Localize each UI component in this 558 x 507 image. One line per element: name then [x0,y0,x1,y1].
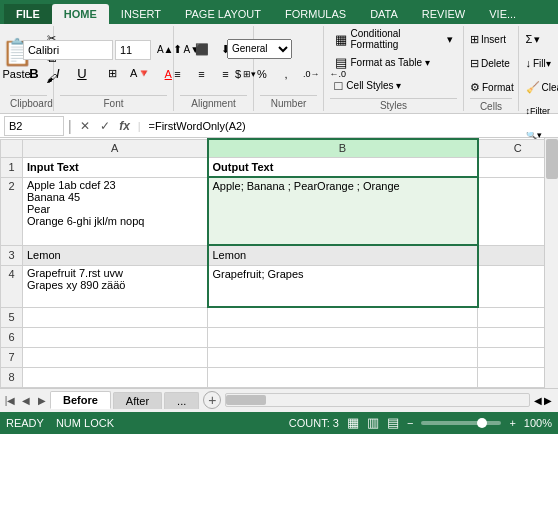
align-left-button[interactable]: ≡ [167,63,189,85]
tab-file[interactable]: FILE [4,4,52,24]
sheet-tab-after[interactable]: After [113,392,162,409]
clear-icon: 🧹 [526,81,540,94]
view-page-layout-icon[interactable]: ▥ [367,415,379,430]
scroll-right-button[interactable]: ▶ [544,395,552,406]
view-page-break-icon[interactable]: ▤ [387,415,399,430]
format-as-table-button[interactable]: ▤ Format as Table ▾ [329,51,459,73]
conditional-formatting-icon: ▦ [335,32,347,47]
cell-b4[interactable]: Grapefruit; Grapes [208,265,478,307]
table-row: 4 Grapefruit 7.rst uvw Grapes xy 890 zää… [1,265,558,307]
increase-decimal-button[interactable]: .0→ [299,63,324,85]
tab-insert[interactable]: INSERT [109,4,173,24]
number-label: Number [260,95,317,109]
percent-button[interactable]: % [251,63,273,85]
sheet-nav-first[interactable]: |◀ [2,392,18,408]
col-header-b[interactable]: B [208,139,478,157]
zoom-thumb[interactable] [477,418,487,428]
horizontal-scrollbar[interactable] [225,393,530,407]
conditional-formatting-button[interactable]: ▦ Conditional Formatting ▾ [329,28,459,50]
cell-b2[interactable]: Apple; Banana ; PearOrange ; Orange [208,177,478,245]
font-row-2: B I U ⊞ A🔻 A [23,63,179,85]
format-cells-button[interactable]: ⚙ Format [466,76,516,98]
align-middle-button[interactable]: ⬛ [191,39,213,61]
status-bar: READY NUM LOCK COUNT: 3 ▦ ▥ ▤ − + 100% [0,412,558,434]
sheet-nav-next[interactable]: ▶ [34,392,50,408]
clear-label: Clear▾ [542,82,559,93]
delete-cells-button[interactable]: ⊟ Delete [466,52,516,74]
cell-a8[interactable] [23,367,208,387]
tab-data[interactable]: DATA [358,4,410,24]
sheet-nav-prev[interactable]: ◀ [18,392,34,408]
align-center-button[interactable]: ≡ [191,63,213,85]
view-normal-icon[interactable]: ▦ [347,415,359,430]
cell-b6[interactable] [208,327,478,347]
currency-button[interactable]: $ [227,63,249,85]
styles-content: ▦ Conditional Formatting ▾ ▤ Format as T… [329,28,459,96]
sheet-tab-more[interactable]: ... [164,392,199,409]
bold-button[interactable]: B [23,63,45,85]
formula-separator-2: | [138,120,141,132]
num-lock-status: NUM LOCK [56,417,114,429]
cells-buttons: ⊞ Insert ⊟ Delete ⚙ Format [466,28,516,98]
tab-review[interactable]: REVIEW [410,4,477,24]
cell-a5[interactable] [23,307,208,327]
h-scrollbar-thumb[interactable] [226,395,266,405]
cell-b3[interactable]: Lemon [208,245,478,265]
cell-a3[interactable]: Lemon [23,245,208,265]
cell-a2[interactable]: Apple 1ab cdef 23 Banana 45 Pear Orange … [23,177,208,245]
sum-button[interactable]: Σ ▾ [522,28,559,50]
confirm-formula-button[interactable]: ✓ [96,117,114,135]
cell-a1[interactable]: Input Text [23,157,208,177]
cell-b8[interactable] [208,367,478,387]
cell-reference-box[interactable] [4,116,64,136]
format-label: Format [482,82,514,93]
vertical-scrollbar[interactable] [544,138,558,388]
column-headers: A B C [1,139,558,157]
tab-page-layout[interactable]: PAGE LAYOUT [173,4,273,24]
cell-a7[interactable] [23,347,208,367]
col-header-a[interactable]: A [23,139,208,157]
comma-button[interactable]: , [275,63,297,85]
cell-styles-button[interactable]: □ Cell Styles ▾ [329,74,459,96]
align-top-button[interactable]: ⬆ [167,39,189,61]
font-size-input[interactable] [115,40,151,60]
sum-arrow: ▾ [534,33,540,46]
cell-b1[interactable]: Output Text [208,157,478,177]
zoom-level: 100% [524,417,552,429]
format-as-table-icon: ▤ [335,55,347,70]
tab-view[interactable]: VIE... [477,4,528,24]
scrollbar-thumb[interactable] [546,139,558,179]
cancel-formula-button[interactable]: ✕ [76,117,94,135]
tab-home[interactable]: HOME [52,4,109,24]
zoom-slider[interactable] [421,421,501,425]
scroll-left-button[interactable]: ◀ [534,395,542,406]
insert-cells-button[interactable]: ⊞ Insert [466,28,516,50]
cell-b7[interactable] [208,347,478,367]
border-button[interactable]: ⊞ [102,63,124,85]
zoom-out-button[interactable]: − [407,417,413,429]
table-row: 5 [1,307,558,327]
fill-button[interactable]: ↓ Fill▾ [522,52,559,74]
table-row: 3 Lemon Lemon [1,245,558,265]
formula-input[interactable] [145,120,555,132]
italic-button[interactable]: I [47,63,69,85]
insert-function-button[interactable]: fx [116,117,134,135]
ready-status: READY [6,417,44,429]
fill-color-button[interactable]: A🔻 [126,63,155,85]
row-header-2: 2 [1,177,23,245]
add-sheet-button[interactable]: + [203,391,221,409]
cells-group: ⊞ Insert ⊟ Delete ⚙ Format Cells [464,26,519,111]
cell-a4[interactable]: Grapefruit 7.rst uvw Grapes xy 890 zääö [23,265,208,307]
sheet-tab-before[interactable]: Before [50,391,111,409]
fill-label: Fill▾ [533,58,551,69]
clear-button[interactable]: 🧹 Clear▾ [522,76,559,98]
zoom-in-button[interactable]: + [509,417,515,429]
cell-a6[interactable] [23,327,208,347]
cell-b5[interactable] [208,307,478,327]
underline-button[interactable]: U [71,63,93,85]
number-format-select[interactable]: General [227,39,292,59]
insert-icon: ⊞ [470,33,479,46]
tab-formulas[interactable]: FORMULAS [273,4,358,24]
font-face-input[interactable] [23,40,113,60]
row-header-8: 8 [1,367,23,387]
